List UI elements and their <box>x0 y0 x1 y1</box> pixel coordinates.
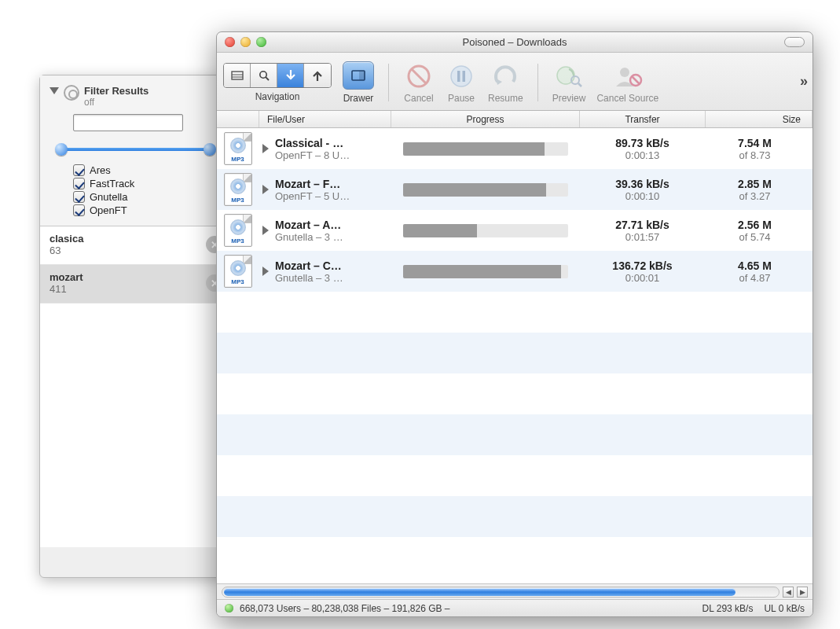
titlebar[interactable]: Poisoned – Downloads <box>217 32 812 53</box>
filter-slider[interactable] <box>61 142 211 156</box>
downloads-table: Classical - …OpenFT – 8 U…89.73 kB/s0:00… <box>217 128 812 583</box>
search-count: 63 <box>50 245 83 256</box>
cancel-source-button[interactable]: Cancel Source <box>596 61 658 104</box>
search-item[interactable]: clasica63✕ <box>40 226 231 265</box>
network-checkbox-row[interactable]: Ares <box>73 164 222 176</box>
filter-subtitle: off <box>84 97 149 108</box>
search-list: clasica63✕mozart411✕ <box>40 226 231 547</box>
window-title: Poisoned – Downloads <box>217 36 812 48</box>
size-value: 7.54 M <box>738 137 772 149</box>
checkbox-checked-icon[interactable] <box>73 191 85 203</box>
transfer-rate: 27.71 kB/s <box>615 219 669 231</box>
status-dot-icon <box>225 604 233 612</box>
network-label: Ares <box>90 164 111 176</box>
size-value: 2.85 M <box>738 178 772 190</box>
nav-search-button[interactable] <box>251 64 277 87</box>
file-name: Mozart – F… <box>275 178 350 190</box>
toolbar-separator <box>388 64 389 101</box>
empty-row <box>217 292 812 333</box>
network-checkbox-row[interactable]: OpenFT <box>73 204 222 216</box>
drawer-button[interactable] <box>343 61 374 90</box>
file-source: OpenFT – 5 U… <box>275 190 350 202</box>
download-row[interactable]: Mozart – A…Gnutella – 3 …27.71 kB/s0:01:… <box>217 210 812 251</box>
checkbox-checked-icon[interactable] <box>73 178 85 189</box>
cancel-button[interactable]: Cancel <box>403 61 435 104</box>
mp3-file-icon <box>224 173 252 206</box>
transfer-rate: 136.72 kB/s <box>612 259 672 272</box>
svg-line-8 <box>412 69 426 83</box>
toolbar-separator <box>537 64 538 101</box>
svg-rect-0 <box>232 72 243 79</box>
toolbar: Navigation Drawer Cancel Pause Res <box>217 53 812 111</box>
col-progress[interactable]: Progress <box>391 111 580 127</box>
file-name: Classical - … <box>275 137 350 149</box>
status-ul: UL 0 kB/s <box>764 603 805 614</box>
checkbox-checked-icon[interactable] <box>73 204 85 216</box>
col-size[interactable]: Size <box>706 111 812 127</box>
toolbar-overflow-icon[interactable]: » <box>800 73 806 90</box>
statusbar: 668,073 Users – 80,238,038 Files – 191,8… <box>217 599 812 616</box>
nav-downloads-button[interactable] <box>277 64 304 87</box>
size-value: 2.56 M <box>738 219 772 231</box>
col-file[interactable]: File/User <box>259 111 391 127</box>
filter-title: Filter Results <box>84 85 149 97</box>
scroll-right-icon[interactable]: ▶ <box>797 587 808 598</box>
file-name: Mozart – C… <box>275 259 343 272</box>
network-checkbox-row[interactable]: Gnutella <box>73 191 222 203</box>
progress-bar <box>403 142 568 156</box>
progress-bar <box>403 265 568 278</box>
network-label: OpenFT <box>90 204 127 216</box>
checkbox-checked-icon[interactable] <box>73 164 85 176</box>
filter-panel: Filter Results off AresFastTrackGnutella… <box>40 75 231 226</box>
svg-line-14 <box>578 83 581 86</box>
transfer-time: 0:00:13 <box>625 149 659 161</box>
svg-rect-11 <box>463 71 466 82</box>
col-transfer[interactable]: Transfer <box>580 111 706 127</box>
mp3-file-icon <box>224 255 252 288</box>
drawer-label: Drawer <box>343 93 374 104</box>
progress-bar <box>403 224 568 237</box>
col-icon[interactable] <box>217 111 259 127</box>
download-row[interactable]: Mozart – C…Gnutella – 3 …136.72 kB/s0:00… <box>217 251 812 292</box>
pause-button[interactable]: Pause <box>446 61 477 104</box>
disclosure-triangle-icon[interactable] <box>262 185 269 194</box>
progress-bar <box>403 183 568 197</box>
file-name: Mozart – A… <box>275 219 343 231</box>
transfer-time: 0:00:10 <box>625 190 659 202</box>
transfer-rate: 39.36 kB/s <box>615 178 669 190</box>
empty-row <box>217 414 812 455</box>
disclosure-triangle-icon[interactable] <box>262 267 269 276</box>
disclosure-triangle-icon[interactable] <box>50 87 59 94</box>
resume-button[interactable]: Resume <box>488 61 523 104</box>
filter-drawer: Filter Results off AresFastTrackGnutella… <box>39 75 232 578</box>
resume-icon <box>490 61 521 91</box>
svg-point-9 <box>451 66 471 86</box>
column-header: File/User Progress Transfer Size <box>217 111 812 128</box>
file-source: Gnutella – 3 … <box>275 231 343 243</box>
transfer-time: 0:01:57 <box>625 231 659 243</box>
disclosure-triangle-icon[interactable] <box>262 226 269 235</box>
transfer-time: 0:00:01 <box>625 272 659 284</box>
disclosure-triangle-icon[interactable] <box>262 144 269 153</box>
search-item[interactable]: mozart411✕ <box>40 265 231 303</box>
network-checkbox-row[interactable]: FastTrack <box>73 178 222 189</box>
download-row[interactable]: Classical - …OpenFT – 8 U…89.73 kB/s0:00… <box>217 128 812 169</box>
navigation-segment <box>223 63 332 88</box>
svg-rect-6 <box>359 71 365 80</box>
scroll-left-icon[interactable]: ◀ <box>783 587 794 598</box>
download-row[interactable]: Mozart – F…OpenFT – 5 U…39.36 kB/s0:00:1… <box>217 169 812 210</box>
horizontal-scrollbar[interactable]: ◀ ▶ <box>217 583 812 599</box>
svg-rect-10 <box>457 71 460 82</box>
toolbar-toggle-pill[interactable] <box>784 37 805 47</box>
preview-icon <box>553 61 585 91</box>
nav-uploads-button[interactable] <box>304 64 331 87</box>
filter-input[interactable] <box>73 114 183 131</box>
cancel-icon <box>403 61 435 91</box>
search-name: mozart <box>50 271 83 283</box>
preview-button[interactable]: Preview <box>552 61 586 104</box>
empty-row <box>217 373 812 414</box>
transfer-rate: 89.73 kB/s <box>615 137 669 149</box>
file-source: Gnutella – 3 … <box>275 272 343 284</box>
empty-row <box>217 333 812 373</box>
nav-library-button[interactable] <box>224 64 251 87</box>
